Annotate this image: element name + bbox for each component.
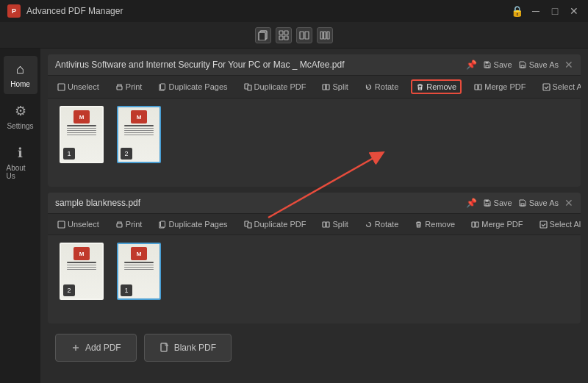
- save-as-icon-1: [518, 60, 527, 69]
- logo-thumb: M: [131, 247, 147, 260]
- rotate-icon-2: [365, 221, 373, 229]
- svg-rect-26: [486, 204, 489, 206]
- pdf-header-2: sample blankness.pdf 📌 Save Save As: [48, 193, 581, 214]
- page-thumb-1-2[interactable]: M 2: [114, 106, 164, 163]
- logo-thumb: M: [74, 247, 90, 260]
- select-all-btn-2[interactable]: Select All: [536, 218, 581, 231]
- minimize-btn[interactable]: ─: [529, 4, 542, 18]
- unselect-icon-2: [57, 221, 65, 229]
- merge-btn-1[interactable]: Merge PDF: [470, 80, 529, 93]
- svg-rect-29: [58, 221, 65, 228]
- sidebar-item-about[interactable]: ℹ About Us: [4, 139, 37, 186]
- app-icon: P: [7, 4, 21, 18]
- close-pdf-1[interactable]: ✕: [564, 59, 573, 71]
- select-all-btn-1[interactable]: Select All: [539, 80, 581, 93]
- remove-btn-1[interactable]: Remove: [411, 79, 462, 94]
- svg-rect-23: [475, 85, 478, 90]
- pdf-section-2: sample blankness.pdf 📌 Save Save As: [48, 193, 581, 323]
- settings-icon: ⚙: [15, 103, 26, 119]
- select-all-icon-2: [539, 221, 548, 229]
- rotate-btn-2[interactable]: Rotate: [361, 218, 402, 231]
- page-thumb-2-1[interactable]: M 2: [57, 243, 107, 300]
- print-btn-1[interactable]: Print: [112, 80, 146, 93]
- pdf-pages-1: M 1 M: [48, 99, 581, 187]
- sidebar: ⌂ Home ⚙ Settings ℹ About Us: [0, 49, 40, 383]
- svg-rect-2: [279, 31, 283, 35]
- page-num-2-1: 2: [63, 284, 75, 296]
- blank-pdf-btn[interactable]: Blank PDF: [144, 334, 232, 362]
- svg-rect-8: [320, 32, 323, 39]
- info-icon: ℹ: [18, 145, 23, 161]
- split-btn-2[interactable]: Split: [318, 218, 351, 231]
- sidebar-item-home[interactable]: ⌂ Home: [4, 56, 37, 94]
- dup-pdf-btn-1[interactable]: Duplicate PDF: [240, 80, 310, 93]
- save-btn-2[interactable]: Save: [483, 198, 512, 207]
- pdf-toolbar-2: Unselect Print Duplicate Pages: [48, 214, 581, 235]
- sidebar-item-settings[interactable]: ⚙ Settings: [4, 97, 37, 136]
- dup-pages-btn-2[interactable]: Duplicate Pages: [154, 218, 231, 231]
- lock-btn[interactable]: 🔒: [510, 4, 523, 18]
- svg-rect-9: [324, 32, 326, 39]
- window-controls: 🔒 ─ □ ✕: [510, 4, 581, 18]
- view-btn-2[interactable]: [296, 27, 312, 43]
- rotate-btn-1[interactable]: Rotate: [361, 80, 402, 93]
- save-as-btn-2[interactable]: Save As: [518, 198, 559, 207]
- remove-btn-2[interactable]: Remove: [411, 218, 459, 231]
- svg-rect-15: [117, 86, 122, 90]
- split-btn-1[interactable]: Split: [318, 80, 351, 93]
- print-btn-2[interactable]: Print: [112, 218, 146, 231]
- pdf-toolbar-1: Unselect Print Duplicate Pages: [48, 76, 581, 99]
- merge-icon-1: [474, 83, 482, 91]
- svg-rect-37: [472, 222, 475, 227]
- dup-pages-icon-1: [158, 83, 166, 91]
- save-as-icon-2: [518, 198, 527, 207]
- svg-rect-1: [259, 32, 265, 40]
- page-num-1-1: 1: [63, 148, 75, 160]
- pdf-pin-1: 📌: [466, 60, 477, 70]
- merge-btn-2[interactable]: Merge PDF: [467, 218, 526, 231]
- page-thumb-2-2[interactable]: M 1: [114, 243, 164, 300]
- page-num-1-2: 2: [121, 148, 132, 160]
- pdf-title-1: Antivirus Software and Internet Security…: [55, 60, 460, 70]
- remove-icon-1: [416, 83, 424, 91]
- add-pdf-btn[interactable]: Add PDF: [55, 334, 137, 362]
- app-title: Advanced PDF Manager: [26, 6, 123, 16]
- svg-rect-36: [326, 222, 329, 227]
- blank-pdf-icon: [159, 343, 170, 353]
- logo-thumb: M: [74, 110, 90, 124]
- view-btn-1[interactable]: [276, 27, 292, 43]
- svg-rect-13: [521, 65, 524, 68]
- print-icon-1: [115, 83, 123, 91]
- svg-rect-11: [486, 65, 489, 68]
- split-icon-2: [322, 221, 330, 229]
- view-btn-3[interactable]: [317, 27, 333, 43]
- unselect-btn-1[interactable]: Unselect: [54, 80, 103, 93]
- svg-rect-35: [323, 222, 326, 227]
- dup-pdf-btn-2[interactable]: Duplicate PDF: [240, 218, 310, 231]
- close-btn[interactable]: ✕: [567, 4, 581, 18]
- split-icon-1: [322, 83, 330, 91]
- svg-rect-32: [161, 221, 165, 227]
- thumb-img-1-2: M 2: [117, 106, 161, 163]
- thumb-img-2-2: M 1: [117, 243, 161, 300]
- unselect-btn-2[interactable]: Unselect: [54, 218, 103, 231]
- svg-rect-10: [327, 32, 329, 39]
- close-pdf-2[interactable]: ✕: [564, 197, 573, 209]
- select-all-icon-1: [542, 83, 551, 91]
- copy-toolbar-btn[interactable]: [255, 27, 271, 43]
- svg-rect-30: [117, 223, 122, 227]
- svg-rect-34: [248, 223, 251, 228]
- save-as-btn-1[interactable]: Save As: [518, 60, 559, 69]
- maximize-btn[interactable]: □: [548, 4, 562, 18]
- page-thumb-1-1[interactable]: M 1: [57, 106, 107, 163]
- save-btn-1[interactable]: Save: [483, 60, 512, 69]
- dup-pages-icon-2: [158, 221, 166, 229]
- merge-icon-2: [471, 221, 479, 229]
- svg-rect-5: [284, 36, 288, 40]
- pdf-pin-2: 📌: [466, 198, 477, 208]
- save-icon-1: [483, 60, 492, 69]
- bottom-bar: Add PDF Blank PDF: [48, 329, 581, 366]
- svg-rect-7: [305, 32, 309, 39]
- sidebar-label-about: About Us: [7, 164, 35, 180]
- dup-pages-btn-1[interactable]: Duplicate Pages: [154, 80, 231, 93]
